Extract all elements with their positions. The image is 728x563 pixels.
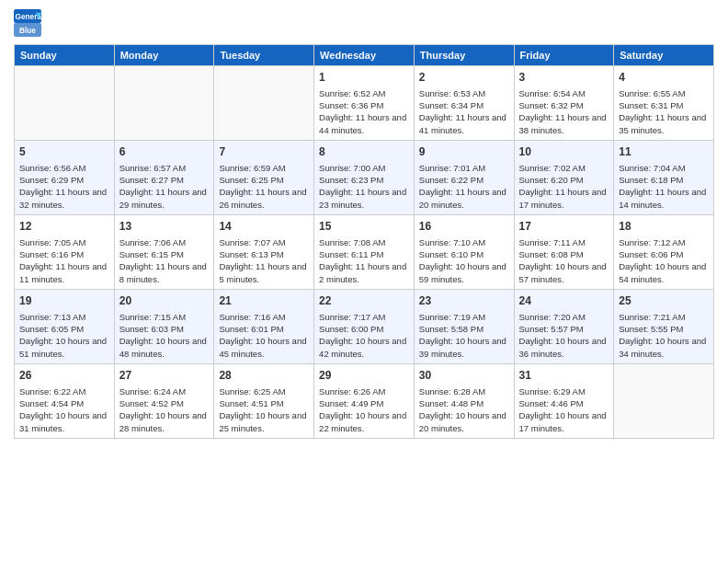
calendar-cell: 25Sunrise: 7:21 AM Sunset: 5:55 PM Dayli… [614, 289, 714, 363]
header: General Blue [14, 9, 714, 37]
day-number: 25 [619, 293, 709, 309]
day-number: 26 [19, 368, 109, 384]
calendar-cell: 7Sunrise: 6:59 AM Sunset: 6:25 PM Daylig… [214, 140, 314, 214]
day-number: 16 [419, 219, 509, 235]
header-saturday: Saturday [614, 45, 714, 66]
calendar-cell: 14Sunrise: 7:07 AM Sunset: 6:13 PM Dayli… [214, 214, 314, 289]
day-info: Sunrise: 7:11 AM Sunset: 6:08 PM Dayligh… [519, 236, 609, 285]
calendar-cell: 12Sunrise: 7:05 AM Sunset: 6:16 PM Dayli… [15, 214, 115, 289]
calendar-cell: 6Sunrise: 6:57 AM Sunset: 6:27 PM Daylig… [114, 140, 214, 214]
weekday-header-row: Sunday Monday Tuesday Wednesday Thursday… [15, 45, 714, 66]
day-number: 30 [419, 368, 509, 384]
calendar-cell: 5Sunrise: 6:56 AM Sunset: 6:29 PM Daylig… [15, 140, 115, 214]
day-number: 21 [219, 293, 309, 309]
header-sunday: Sunday [15, 45, 115, 66]
logo-icon: General Blue [14, 9, 41, 37]
calendar-cell [214, 66, 314, 141]
header-thursday: Thursday [414, 45, 514, 66]
calendar-week-row: 5Sunrise: 6:56 AM Sunset: 6:29 PM Daylig… [15, 140, 714, 214]
calendar-cell [114, 66, 214, 141]
day-info: Sunrise: 7:04 AM Sunset: 6:18 PM Dayligh… [619, 162, 709, 211]
day-info: Sunrise: 7:19 AM Sunset: 5:58 PM Dayligh… [419, 311, 509, 360]
calendar-cell: 22Sunrise: 7:17 AM Sunset: 6:00 PM Dayli… [314, 289, 415, 363]
calendar-cell: 26Sunrise: 6:22 AM Sunset: 4:54 PM Dayli… [15, 363, 115, 438]
day-number: 12 [19, 219, 109, 235]
day-info: Sunrise: 7:05 AM Sunset: 6:16 PM Dayligh… [19, 236, 109, 285]
day-number: 5 [19, 144, 109, 160]
day-info: Sunrise: 7:16 AM Sunset: 6:01 PM Dayligh… [219, 311, 309, 360]
calendar-cell: 30Sunrise: 6:28 AM Sunset: 4:48 PM Dayli… [414, 363, 514, 438]
calendar-cell: 19Sunrise: 7:13 AM Sunset: 6:05 PM Dayli… [15, 289, 115, 363]
day-info: Sunrise: 6:25 AM Sunset: 4:51 PM Dayligh… [219, 385, 309, 434]
day-info: Sunrise: 7:20 AM Sunset: 5:57 PM Dayligh… [519, 311, 609, 360]
day-info: Sunrise: 7:21 AM Sunset: 5:55 PM Dayligh… [619, 311, 709, 360]
day-number: 10 [519, 144, 609, 160]
day-number: 7 [219, 144, 309, 160]
day-info: Sunrise: 6:22 AM Sunset: 4:54 PM Dayligh… [19, 385, 109, 434]
day-info: Sunrise: 7:17 AM Sunset: 6:00 PM Dayligh… [319, 311, 409, 360]
calendar-cell: 21Sunrise: 7:16 AM Sunset: 6:01 PM Dayli… [214, 289, 314, 363]
day-number: 23 [419, 293, 509, 309]
calendar-cell: 24Sunrise: 7:20 AM Sunset: 5:57 PM Dayli… [514, 289, 614, 363]
calendar-cell: 17Sunrise: 7:11 AM Sunset: 6:08 PM Dayli… [514, 214, 614, 289]
day-info: Sunrise: 6:55 AM Sunset: 6:31 PM Dayligh… [619, 87, 709, 136]
day-info: Sunrise: 7:07 AM Sunset: 6:13 PM Dayligh… [219, 236, 309, 285]
calendar-cell: 3Sunrise: 6:54 AM Sunset: 6:32 PM Daylig… [514, 66, 614, 141]
day-number: 18 [619, 219, 709, 235]
calendar-week-row: 1Sunrise: 6:52 AM Sunset: 6:36 PM Daylig… [15, 66, 714, 141]
logo: General Blue [14, 9, 43, 37]
header-friday: Friday [514, 45, 614, 66]
day-number: 6 [119, 144, 210, 160]
day-info: Sunrise: 6:26 AM Sunset: 4:49 PM Dayligh… [319, 385, 409, 434]
calendar-cell: 10Sunrise: 7:02 AM Sunset: 6:20 PM Dayli… [514, 140, 614, 214]
day-info: Sunrise: 7:01 AM Sunset: 6:22 PM Dayligh… [419, 162, 509, 211]
calendar-week-row: 19Sunrise: 7:13 AM Sunset: 6:05 PM Dayli… [15, 289, 714, 363]
calendar-cell [614, 363, 714, 438]
day-number: 8 [319, 144, 409, 160]
day-number: 20 [119, 293, 210, 309]
calendar-week-row: 12Sunrise: 7:05 AM Sunset: 6:16 PM Dayli… [15, 214, 714, 289]
day-info: Sunrise: 7:06 AM Sunset: 6:15 PM Dayligh… [119, 236, 210, 285]
day-number: 4 [619, 70, 709, 86]
day-info: Sunrise: 7:08 AM Sunset: 6:11 PM Dayligh… [319, 236, 409, 285]
calendar-cell: 23Sunrise: 7:19 AM Sunset: 5:58 PM Dayli… [414, 289, 514, 363]
day-info: Sunrise: 6:53 AM Sunset: 6:34 PM Dayligh… [419, 87, 509, 136]
day-info: Sunrise: 7:12 AM Sunset: 6:06 PM Dayligh… [619, 236, 709, 285]
day-number: 15 [319, 219, 409, 235]
day-info: Sunrise: 6:52 AM Sunset: 6:36 PM Dayligh… [319, 87, 409, 136]
calendar-week-row: 26Sunrise: 6:22 AM Sunset: 4:54 PM Dayli… [15, 363, 714, 438]
calendar-cell [15, 66, 115, 141]
day-number: 11 [619, 144, 709, 160]
calendar-cell: 18Sunrise: 7:12 AM Sunset: 6:06 PM Dayli… [614, 214, 714, 289]
calendar-cell: 27Sunrise: 6:24 AM Sunset: 4:52 PM Dayli… [114, 363, 214, 438]
svg-text:Blue: Blue [19, 27, 36, 35]
calendar-cell: 15Sunrise: 7:08 AM Sunset: 6:11 PM Dayli… [314, 214, 415, 289]
calendar-cell: 28Sunrise: 6:25 AM Sunset: 4:51 PM Dayli… [214, 363, 314, 438]
header-wednesday: Wednesday [314, 45, 415, 66]
day-number: 17 [519, 219, 609, 235]
day-number: 14 [219, 219, 309, 235]
day-number: 1 [319, 70, 409, 86]
day-info: Sunrise: 7:13 AM Sunset: 6:05 PM Dayligh… [19, 311, 109, 360]
calendar-cell: 11Sunrise: 7:04 AM Sunset: 6:18 PM Dayli… [614, 140, 714, 214]
day-info: Sunrise: 6:29 AM Sunset: 4:46 PM Dayligh… [519, 385, 609, 434]
day-info: Sunrise: 7:02 AM Sunset: 6:20 PM Dayligh… [519, 162, 609, 211]
day-info: Sunrise: 6:56 AM Sunset: 6:29 PM Dayligh… [19, 162, 109, 211]
calendar-cell: 16Sunrise: 7:10 AM Sunset: 6:10 PM Dayli… [414, 214, 514, 289]
calendar-cell: 2Sunrise: 6:53 AM Sunset: 6:34 PM Daylig… [414, 66, 514, 141]
calendar-cell: 29Sunrise: 6:26 AM Sunset: 4:49 PM Dayli… [314, 363, 415, 438]
day-number: 28 [219, 368, 309, 384]
calendar-cell: 9Sunrise: 7:01 AM Sunset: 6:22 PM Daylig… [414, 140, 514, 214]
day-info: Sunrise: 7:00 AM Sunset: 6:23 PM Dayligh… [319, 162, 409, 211]
day-info: Sunrise: 6:28 AM Sunset: 4:48 PM Dayligh… [419, 385, 509, 434]
calendar-cell: 4Sunrise: 6:55 AM Sunset: 6:31 PM Daylig… [614, 66, 714, 141]
calendar-table: Sunday Monday Tuesday Wednesday Thursday… [14, 44, 714, 439]
header-tuesday: Tuesday [214, 45, 314, 66]
calendar-cell: 20Sunrise: 7:15 AM Sunset: 6:03 PM Dayli… [114, 289, 214, 363]
calendar-cell: 1Sunrise: 6:52 AM Sunset: 6:36 PM Daylig… [314, 66, 415, 141]
day-number: 22 [319, 293, 409, 309]
header-monday: Monday [114, 45, 214, 66]
day-number: 2 [419, 70, 509, 86]
day-number: 19 [19, 293, 109, 309]
day-number: 27 [119, 368, 210, 384]
